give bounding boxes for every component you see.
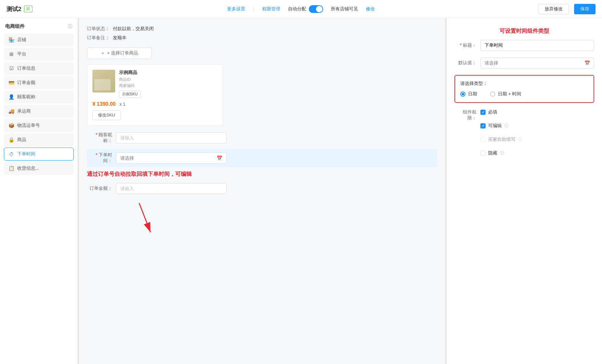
sidebar-item-order-time[interactable]: ⏱下单时间 [4,148,74,161]
permission-management-link[interactable]: 权限管理 [262,6,280,12]
save-button[interactable]: 保存 [574,4,596,14]
perm-hidden-checkbox[interactable] [480,151,486,156]
product-info: 示例商品 商品ID 商家编码 示例SKU [119,70,218,98]
sidebar-item-label-product: 商品 [17,137,26,143]
rp-calendar-icon: 📅 [584,60,590,66]
product-icon: 🔒 [8,137,15,143]
perm-hidden-row: 隐藏 ⓘ [480,150,522,156]
rp-default-row: 默认值： 📅 [454,57,594,68]
sidebar-item-store[interactable]: 🏪店铺 [4,33,74,46]
more-settings-link[interactable]: 更多设置 [227,6,245,12]
sidebar: 电商组件 ⓘ 🏪店铺⊞平台☑订单信息💳订单金额👤顾客昵称🚚承运商📦物流运单号🔒商… [0,18,78,364]
perm-self-fill-label: 买家自助填写 [488,137,515,142]
perm-hidden-label: 隐藏 [488,150,497,156]
product-name: 示例商品 [119,70,218,76]
auto-distribute-label: 自动分配 [288,6,306,12]
product-price: ¥ 1390.00 [92,101,115,107]
rp-default-input[interactable] [485,58,584,68]
perm-hidden-info-icon[interactable]: ⓘ [500,150,504,156]
order-time-input-wrapper[interactable]: 📅 [116,152,226,164]
type-selector-box: 请选择类型： 日期 日期 + 时间 [454,75,594,103]
top-annotation: 可设置时间组件类型 [454,27,594,35]
product-select-plus: ＋ [101,50,105,56]
delivery-info-icon: 📋 [8,165,15,171]
store-modify-link[interactable]: 修改 [366,6,375,12]
sidebar-item-label-order-info: 订单信息 [17,66,35,71]
order-info-section: 订单状态： 付款以前，交易关闭 订单备注： 发顺丰 [87,26,437,41]
sidebar-item-delivery-info[interactable]: 📋收货信息... [4,162,74,175]
perm-editable-checkbox[interactable]: ✓ [480,123,486,128]
platform-icon: ⊞ [8,51,15,57]
sidebar-item-label-store: 店铺 [17,37,26,43]
sidebar-info-icon[interactable]: ⓘ [68,24,72,30]
perm-required-label: 必填 [488,109,497,115]
sidebar-items-container: 🏪店铺⊞平台☑订单信息💳订单金额👤顾客昵称🚚承运商📦物流运单号🔒商品⏱下单时间📋… [4,33,74,175]
header-center-nav: 更多设置 | 权限管理 自动分配 所有店铺可见 修改 [227,5,375,13]
carrier-icon: 🚚 [8,108,15,114]
order-time-row: * 下单时间： 📅 [87,149,437,167]
sidebar-item-label-platform: 平台 [17,51,26,57]
perm-self-fill-info-icon: ⓘ [518,137,522,142]
type-option-datetime-label: 日期 + 时间 [498,91,521,97]
header-right-actions: 放弃修改 保存 [538,4,596,14]
abandon-button[interactable]: 放弃修改 [538,4,569,14]
order-amount-input[interactable] [116,183,226,194]
order-info-icon: ☑ [8,66,15,71]
order-time-input[interactable] [120,153,217,163]
sidebar-header: 电商组件 ⓘ [4,23,74,30]
type-option-date[interactable]: 日期 [460,91,477,97]
rp-title-label: * 标题： [454,42,480,48]
sidebar-title: 电商组件 [5,23,25,30]
customer-nickname-row: * 顾客昵称： [87,132,437,144]
perm-required-checkbox[interactable]: ✓ [480,110,486,115]
modify-sku-button[interactable]: 修改SKU [92,110,121,120]
order-note-row: 订单备注： 发顺丰 [87,35,437,41]
order-amount-row: 订单金额： [87,183,437,194]
permissions-section: 组件权限： ✓ 必填 ✓ 可编辑 ⓘ [454,109,594,160]
rp-default-input-wrapper[interactable]: 📅 [480,57,594,68]
product-merchant-code-label: 商家编码 [119,83,218,89]
page-tag: 跟 [24,6,32,12]
sidebar-item-label-logistics-number: 物流运单号 [17,123,40,128]
store-icon: 🏪 [8,37,15,43]
product-sku: 示例SKU [119,91,141,98]
product-card: 示例商品 商品ID 商家编码 示例SKU ¥ 1390.00 x 1 修改SKU [87,64,223,126]
product-select-button[interactable]: ＋ + 选择订单商品 [87,47,152,59]
permissions-checkboxes: ✓ 必填 ✓ 可编辑 ⓘ 买家自助填写 ⓘ [480,109,522,160]
rp-title-input[interactable] [480,40,594,51]
customer-nickname-label: * 顾客昵称： [87,132,116,144]
order-status-value: 付款以前，交易关闭 [113,26,154,32]
order-status-label: 订单状态： [87,26,113,32]
sidebar-item-platform[interactable]: ⊞平台 [4,48,74,61]
sidebar-item-label-delivery-info: 收货信息... [17,165,39,171]
logistics-number-icon: 📦 [8,123,15,128]
product-id-label: 商品ID [119,77,218,82]
perm-self-fill-row: 买家自助填写 ⓘ [480,137,522,142]
sidebar-item-carrier[interactable]: 🚚承运商 [4,105,74,118]
sidebar-item-customer-nickname[interactable]: 👤顾客昵称 [4,91,74,103]
page-title: 测试2 [6,5,21,13]
type-option-datetime[interactable]: 日期 + 时间 [490,91,521,97]
sidebar-item-label-carrier: 承运商 [17,108,31,114]
radio-date[interactable] [460,91,465,97]
radio-datetime[interactable] [490,91,495,97]
product-price-row: ¥ 1390.00 x 1 [92,101,218,107]
sidebar-item-order-info[interactable]: ☑订单信息 [4,62,74,75]
perm-editable-label: 可编辑 [488,123,502,129]
order-note-label: 订单备注： [87,35,113,41]
type-options: 日期 日期 + 时间 [460,91,588,97]
rp-title-row: * 标题： [454,40,594,51]
sidebar-item-product[interactable]: 🔒商品 [4,133,74,146]
sidebar-item-order-amount[interactable]: 💳订单金额 [4,76,74,89]
customer-nickname-input[interactable] [116,132,226,143]
permissions-label: 组件权限： [454,109,480,121]
product-select-label: + 选择订单商品 [107,50,138,56]
store-visible-text: 所有店铺可见 [331,6,358,12]
arrow-indicator [133,200,159,240]
product-qty: x 1 [119,102,126,107]
perm-editable-info-icon[interactable]: ⓘ [504,123,509,129]
perm-editable-row: ✓ 可编辑 ⓘ [480,123,522,129]
sidebar-item-label-order-time: 下单时间 [17,151,35,157]
auto-distribute-toggle[interactable] [309,5,323,13]
sidebar-item-logistics-number[interactable]: 📦物流运单号 [4,119,74,132]
